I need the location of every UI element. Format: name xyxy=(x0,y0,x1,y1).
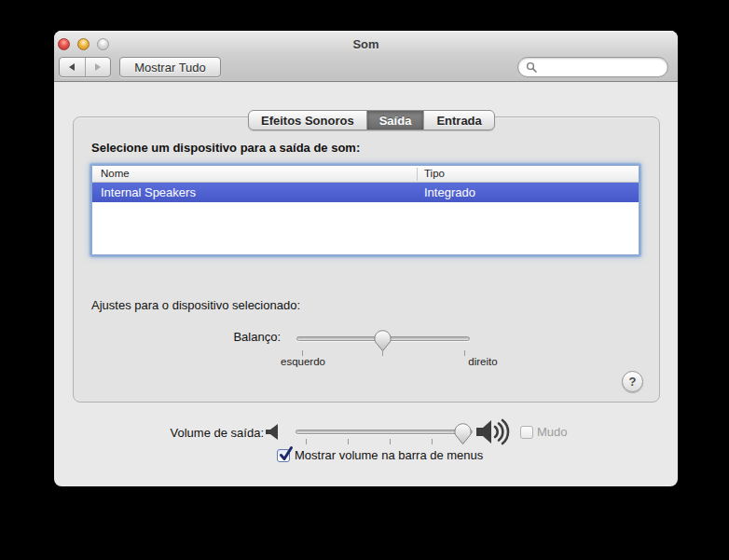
volume-tick xyxy=(390,439,391,444)
column-header-nome[interactable]: Nome xyxy=(101,168,130,179)
window-title: Som xyxy=(54,37,678,51)
nav-segmented-control xyxy=(59,57,111,77)
menubar-volume-label[interactable]: Mostrar volume na barra de menus xyxy=(295,448,483,462)
output-device-table[interactable]: Nome Tipo Internal Speakers Integrado xyxy=(91,165,640,255)
menubar-volume-control[interactable]: Mostrar volume na barra de menus xyxy=(277,449,483,462)
show-all-button[interactable]: Mostrar Tudo xyxy=(119,57,221,77)
balance-right-label: direito xyxy=(453,356,513,367)
output-group-box: Selecione um dispositivo para a saída de… xyxy=(73,116,660,403)
help-button[interactable]: ? xyxy=(622,371,643,392)
table-header[interactable]: Nome Tipo xyxy=(92,166,639,183)
tab-output[interactable]: Saída xyxy=(366,111,424,130)
back-arrow-icon xyxy=(67,62,76,72)
sound-preferences-window: Som Mostrar Tudo Efeitos Sonoros xyxy=(54,31,678,486)
search-icon xyxy=(526,61,537,73)
volume-tick xyxy=(306,439,307,444)
speaker-low-icon xyxy=(266,424,282,440)
speaker-loud-icon xyxy=(476,417,510,446)
tab-input[interactable]: Entrada xyxy=(423,111,493,130)
menubar-volume-checkbox[interactable] xyxy=(277,449,290,462)
volume-thumb[interactable] xyxy=(454,423,472,445)
balance-thumb[interactable] xyxy=(374,330,392,352)
device-type-cell: Integrado xyxy=(424,185,475,199)
search-field[interactable] xyxy=(517,57,668,77)
balance-left-label: esquerdo xyxy=(273,356,333,367)
device-settings-label: Ajustes para o dispositivo selecionado: xyxy=(91,298,300,312)
device-prompt-label: Selecione um dispositivo para a saída de… xyxy=(91,141,360,155)
balance-label: Balanço: xyxy=(176,330,281,344)
volume-tick xyxy=(348,439,349,444)
search-input[interactable] xyxy=(541,61,660,74)
forward-arrow-icon xyxy=(93,62,103,72)
column-header-tipo[interactable]: Tipo xyxy=(424,168,445,179)
mute-label: Mudo xyxy=(537,425,568,439)
table-row-internal-speakers[interactable]: Internal Speakers Integrado xyxy=(92,183,639,202)
device-name-cell: Internal Speakers xyxy=(101,185,196,199)
tab-bar: Efeitos Sonoros Saída Entrada xyxy=(248,110,495,130)
back-button[interactable] xyxy=(60,58,86,76)
forward-button[interactable] xyxy=(86,58,111,76)
column-divider[interactable] xyxy=(417,168,418,181)
titlebar[interactable]: Som Mostrar Tudo xyxy=(54,31,678,82)
mute-control: Mudo xyxy=(520,425,568,439)
volume-tick xyxy=(432,439,433,444)
tab-sound-effects[interactable]: Efeitos Sonoros xyxy=(249,111,366,130)
mute-checkbox xyxy=(520,426,533,439)
volume-track[interactable] xyxy=(296,430,473,434)
output-volume-label: Volume de saída: xyxy=(124,426,264,440)
screenshot-stage: Som Mostrar Tudo Efeitos Sonoros xyxy=(0,0,729,560)
